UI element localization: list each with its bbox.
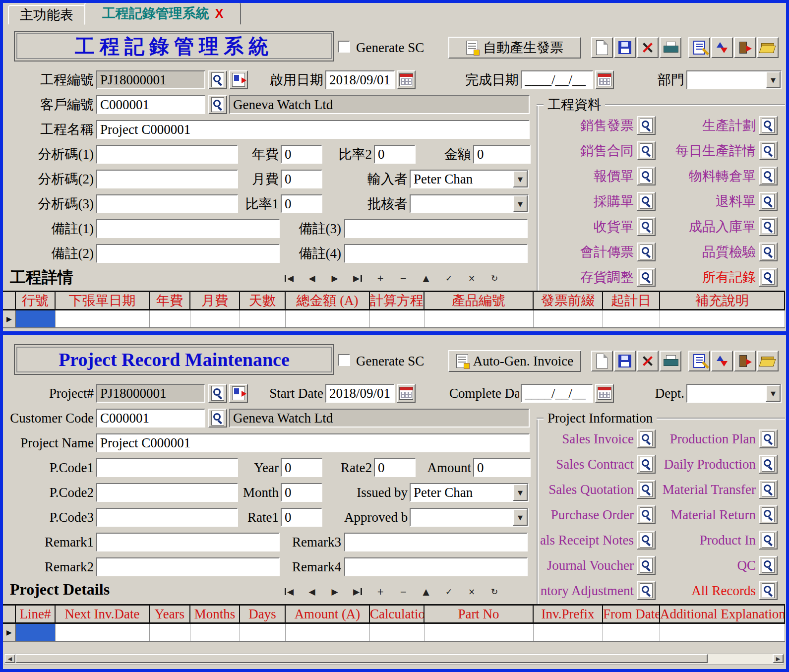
grid-cell-selected[interactable] — [16, 310, 56, 327]
generate-sc-checkbox[interactable] — [338, 41, 350, 53]
complete-date-calendar-button[interactable] — [595, 384, 614, 403]
info-link-lookup-button[interactable] — [637, 581, 656, 600]
remark4-input[interactable] — [344, 244, 528, 263]
open-button[interactable] — [757, 351, 779, 371]
info-link-lookup-button[interactable] — [759, 141, 778, 160]
grid-cell[interactable] — [534, 310, 603, 327]
grid-cell[interactable] — [150, 310, 190, 327]
delete-button[interactable] — [637, 37, 659, 58]
rate1-input[interactable] — [281, 508, 322, 527]
grid-cell[interactable] — [286, 310, 370, 327]
dropdown-arrow-icon[interactable]: ▼ — [513, 171, 528, 187]
save-button[interactable] — [614, 351, 636, 371]
complete-date-input[interactable] — [521, 70, 593, 89]
remark2-input[interactable] — [96, 244, 280, 263]
grid-cell[interactable] — [660, 624, 785, 641]
month-fee-input[interactable] — [281, 170, 322, 188]
info-link-lookup-button[interactable] — [637, 116, 656, 135]
nav-first-button[interactable]: ◀ — [279, 584, 300, 599]
dropdown-arrow-icon[interactable]: ▼ — [766, 71, 781, 88]
remark1-input[interactable] — [96, 219, 280, 238]
analysis3-input[interactable] — [96, 194, 238, 213]
info-link-lookup-button[interactable] — [759, 192, 778, 211]
start-date-input[interactable] — [325, 70, 395, 89]
complete-date-input[interactable] — [521, 384, 593, 403]
rate2-input[interactable] — [374, 145, 416, 164]
rate1-input[interactable] — [281, 194, 322, 213]
grid-cell[interactable] — [240, 310, 286, 327]
grid-cell[interactable] — [286, 624, 370, 641]
approved-by-select[interactable]: ▼ — [410, 508, 529, 527]
delete-button[interactable] — [637, 351, 659, 371]
issued-by-select[interactable]: Peter Chan▼ — [410, 483, 529, 502]
grid-cell[interactable] — [190, 624, 240, 641]
grid-cell[interactable] — [56, 624, 150, 641]
analysis1-input[interactable] — [96, 458, 238, 477]
print-button[interactable] — [660, 351, 681, 371]
grid-cell[interactable] — [603, 624, 660, 641]
project-copy-button[interactable] — [229, 384, 248, 403]
info-link-lookup-button[interactable] — [637, 455, 656, 474]
info-link-lookup-button[interactable] — [759, 455, 778, 474]
info-link-lookup-button[interactable] — [759, 531, 778, 550]
year-fee-input[interactable] — [281, 458, 322, 477]
start-date-input[interactable] — [325, 384, 395, 403]
analysis2-input[interactable] — [96, 483, 238, 502]
nav-delete-button[interactable]: − — [393, 584, 414, 599]
rate2-input[interactable] — [374, 458, 416, 477]
month-fee-input[interactable] — [281, 483, 322, 502]
scroll-right-button[interactable]: ▶ — [773, 654, 784, 663]
horizontal-scrollbar[interactable]: ◀ ▶ — [4, 654, 784, 665]
edit-form-button[interactable] — [688, 351, 710, 371]
remark2-input[interactable] — [96, 557, 280, 576]
year-fee-input[interactable] — [281, 145, 322, 164]
remark1-input[interactable] — [96, 533, 280, 551]
analysis2-input[interactable] — [96, 170, 238, 188]
start-date-calendar-button[interactable] — [397, 384, 416, 403]
customer-code-input[interactable] — [96, 95, 205, 114]
grid-cell[interactable] — [370, 624, 425, 641]
dropdown-arrow-icon[interactable]: ▼ — [766, 385, 781, 402]
nav-post-button[interactable]: ✓ — [438, 584, 459, 599]
save-button[interactable] — [614, 37, 636, 58]
auto-generate-invoice-button[interactable]: 自動產生發票 — [448, 37, 581, 59]
remark4-input[interactable] — [344, 557, 528, 576]
grid-cell[interactable] — [425, 310, 534, 327]
info-link-lookup-button[interactable] — [637, 505, 656, 524]
info-link-lookup-button[interactable] — [759, 217, 778, 236]
info-link-lookup-button[interactable] — [637, 217, 656, 236]
grid-cell[interactable] — [534, 624, 603, 641]
info-link-lookup-button[interactable] — [637, 167, 656, 185]
info-link-lookup-button[interactable] — [637, 480, 656, 499]
nav-insert-button[interactable]: + — [370, 584, 391, 599]
info-link-lookup-button[interactable] — [759, 429, 778, 448]
nav-post-button[interactable]: ✓ — [438, 271, 459, 286]
nav-last-button[interactable]: ▶ — [347, 584, 368, 599]
info-link-lookup-button[interactable] — [637, 141, 656, 160]
info-link-lookup-button[interactable] — [759, 581, 778, 600]
sort-switch-button[interactable] — [711, 351, 733, 371]
new-record-button[interactable] — [591, 37, 613, 58]
grid-cell-selected[interactable] — [16, 624, 56, 641]
grid-cell[interactable] — [660, 310, 785, 327]
info-link-lookup-button[interactable] — [759, 116, 778, 135]
grid-cell[interactable] — [240, 624, 286, 641]
dropdown-arrow-icon[interactable]: ▼ — [513, 509, 528, 526]
edit-form-button[interactable] — [688, 37, 710, 58]
scroll-left-button[interactable]: ◀ — [4, 654, 15, 663]
print-button[interactable] — [660, 37, 681, 58]
nav-next-button[interactable]: ▶ — [324, 584, 345, 599]
dropdown-arrow-icon[interactable]: ▼ — [513, 484, 528, 501]
scrollbar-thumb[interactable] — [15, 654, 708, 663]
issued-by-select[interactable]: Peter Chan▼ — [410, 170, 529, 188]
grid-cell[interactable] — [56, 310, 150, 327]
info-link-lookup-button[interactable] — [637, 531, 656, 550]
nav-last-button[interactable]: ▶ — [347, 271, 368, 286]
nav-edit-button[interactable]: ▲ — [416, 271, 436, 286]
info-link-lookup-button[interactable] — [759, 505, 778, 524]
tab-close-icon[interactable]: X — [215, 6, 224, 21]
dropdown-arrow-icon[interactable]: ▼ — [513, 195, 528, 212]
tab-project-record-system[interactable]: 工程記錄管理系統X — [84, 3, 241, 25]
nav-insert-button[interactable]: + — [370, 271, 391, 286]
exit-button[interactable] — [734, 37, 756, 58]
